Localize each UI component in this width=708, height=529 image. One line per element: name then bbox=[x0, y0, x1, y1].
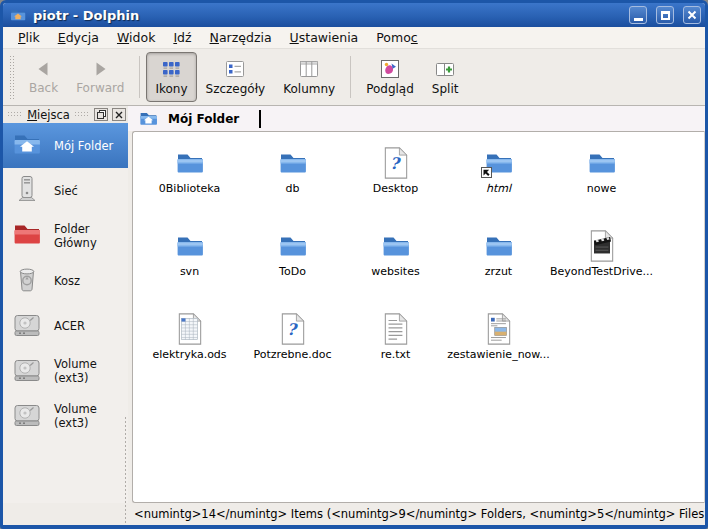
breadcrumb-path-label: Mój Folder bbox=[168, 112, 239, 126]
file-item[interactable]: ? Potzrebne.doc bbox=[241, 305, 344, 388]
folder-view-column: Mój Folder 0Biblioteka db ? Desktop bbox=[128, 106, 705, 503]
sidebar-place-item[interactable]: Mój Folder bbox=[3, 123, 128, 168]
file-item[interactable]: websites bbox=[344, 222, 447, 305]
panel-close-button[interactable] bbox=[112, 108, 126, 121]
file-item[interactable]: 0Biblioteka bbox=[138, 139, 241, 222]
red-folder-icon bbox=[11, 218, 43, 250]
network-icon bbox=[11, 173, 43, 205]
close-button[interactable] bbox=[683, 6, 701, 24]
file-item[interactable]: elektryka.ods bbox=[138, 305, 241, 388]
file-item[interactable]: BeyondTestDrive... bbox=[550, 222, 653, 305]
text-file-icon bbox=[383, 313, 409, 345]
video-file-icon bbox=[589, 230, 615, 262]
panel-float-button[interactable] bbox=[94, 108, 108, 121]
menu-idz[interactable]: Idź bbox=[164, 28, 200, 47]
places-panel-header[interactable]: Miejsca bbox=[3, 106, 128, 123]
trash-icon bbox=[11, 263, 43, 295]
maximize-button[interactable] bbox=[656, 6, 674, 24]
hard-drive-icon bbox=[11, 353, 43, 385]
panel-drag-handle[interactable] bbox=[7, 111, 23, 118]
float-icon bbox=[97, 110, 106, 119]
breadcrumb-cursor[interactable] bbox=[259, 110, 261, 128]
folder-icon bbox=[380, 230, 412, 262]
forward-button[interactable]: Forward bbox=[67, 52, 133, 102]
spreadsheet-file-icon bbox=[177, 313, 203, 345]
file-label: Desktop bbox=[373, 182, 418, 195]
folder-icon bbox=[277, 147, 309, 179]
file-label: BeyondTestDrive... bbox=[550, 265, 653, 278]
columns-view-button[interactable]: Kolumny bbox=[274, 52, 344, 102]
file-label: websites bbox=[371, 265, 419, 278]
menu-narzedzia[interactable]: Narzędzia bbox=[201, 28, 281, 47]
folder-icon bbox=[277, 230, 309, 262]
sidebar-place-label: Folder Główny bbox=[54, 222, 128, 250]
titlebar[interactable]: piotr - Dolphin bbox=[3, 3, 705, 27]
file-label: Potzrebne.doc bbox=[253, 348, 331, 361]
menubar: Plik Edycja Widok Idź Narzędzia Ustawien… bbox=[3, 27, 705, 49]
file-label: svn bbox=[180, 265, 199, 278]
panel-resize-handle[interactable] bbox=[124, 416, 128, 529]
menu-plik[interactable]: Plik bbox=[9, 28, 49, 47]
file-item[interactable]: ToDo bbox=[241, 222, 344, 305]
sidebar-place-item[interactable]: Volume (ext3) bbox=[3, 393, 128, 438]
menu-pomoc[interactable]: Pomoc bbox=[367, 28, 426, 47]
file-item[interactable]: svn bbox=[138, 222, 241, 305]
file-item[interactable]: zestawienie_now... bbox=[447, 305, 550, 388]
toolbar-separator bbox=[350, 56, 351, 98]
preview-icon bbox=[379, 58, 401, 80]
icons-view-button[interactable]: Ikony bbox=[146, 52, 196, 102]
toolbar-handle[interactable] bbox=[9, 55, 15, 99]
folder-icon bbox=[174, 230, 206, 262]
minimize-button[interactable] bbox=[629, 6, 647, 24]
file-item[interactable]: ? Desktop bbox=[344, 139, 447, 222]
statusbar: <numintg>14</numintg> Items (<numintg>9<… bbox=[3, 503, 705, 525]
back-button[interactable]: Back bbox=[20, 52, 67, 102]
sidebar-place-label: Volume (ext3) bbox=[54, 357, 128, 385]
image-document-icon bbox=[486, 313, 512, 345]
close-icon bbox=[687, 10, 697, 20]
places-list: Mój Folder Sieć Folder Główny Kosz ACER bbox=[3, 123, 128, 503]
places-panel: Miejsca Mój Folder Sieć Folder Główny bbox=[3, 106, 128, 503]
sidebar-place-item[interactable]: Folder Główny bbox=[3, 213, 128, 258]
icons-view-icon bbox=[160, 58, 182, 80]
file-item[interactable]: re.txt bbox=[344, 305, 447, 388]
menu-widok[interactable]: Widok bbox=[108, 28, 164, 47]
unknown-file-icon: ? bbox=[383, 147, 409, 179]
columns-view-icon bbox=[298, 58, 320, 80]
sidebar-place-item[interactable]: Volume (ext3) bbox=[3, 348, 128, 393]
file-label: re.txt bbox=[381, 348, 411, 361]
file-item[interactable]: nowe bbox=[550, 139, 653, 222]
preview-button[interactable]: Podgląd bbox=[357, 52, 423, 102]
maximize-icon bbox=[661, 11, 670, 20]
file-label: zrzut bbox=[485, 265, 512, 278]
places-panel-title: Miejsca bbox=[27, 108, 70, 122]
file-item[interactable]: zrzut bbox=[447, 222, 550, 305]
menu-edycja[interactable]: Edycja bbox=[49, 28, 108, 47]
symlink-arrow-emblem bbox=[481, 167, 492, 178]
sidebar-place-label: Volume (ext3) bbox=[54, 402, 128, 430]
file-label: html bbox=[486, 182, 511, 195]
sidebar-place-item[interactable]: Kosz bbox=[3, 258, 128, 303]
sidebar-place-item[interactable]: ACER bbox=[3, 303, 128, 348]
split-button[interactable]: Split bbox=[423, 52, 468, 102]
file-label: nowe bbox=[587, 182, 616, 195]
sidebar-place-label: Mój Folder bbox=[54, 139, 113, 153]
unknown-file-icon: ? bbox=[280, 313, 306, 345]
status-text: <numintg>14</numintg> Items (<numintg>9<… bbox=[134, 507, 708, 521]
app-icon bbox=[9, 6, 27, 24]
details-view-button[interactable]: Szczegóły bbox=[197, 52, 275, 102]
file-item[interactable]: db bbox=[241, 139, 344, 222]
file-item[interactable]: html bbox=[447, 139, 550, 222]
sidebar-place-label: Kosz bbox=[54, 274, 80, 288]
folder-symlink-icon bbox=[483, 147, 515, 179]
breadcrumb-home-crumb[interactable]: Mój Folder bbox=[138, 108, 239, 129]
file-label: db bbox=[286, 182, 300, 195]
sidebar-place-item[interactable]: Sieć bbox=[3, 168, 128, 213]
hard-drive-icon bbox=[11, 398, 43, 430]
toolbar: Back Forward Ikony Szczegóły bbox=[3, 49, 705, 106]
menu-ustawienia[interactable]: Ustawienia bbox=[281, 28, 368, 47]
panel-drag-handle[interactable] bbox=[74, 111, 90, 118]
toolbar-separator bbox=[139, 56, 140, 98]
window-title: piotr - Dolphin bbox=[33, 8, 620, 23]
file-label: ToDo bbox=[279, 265, 306, 278]
